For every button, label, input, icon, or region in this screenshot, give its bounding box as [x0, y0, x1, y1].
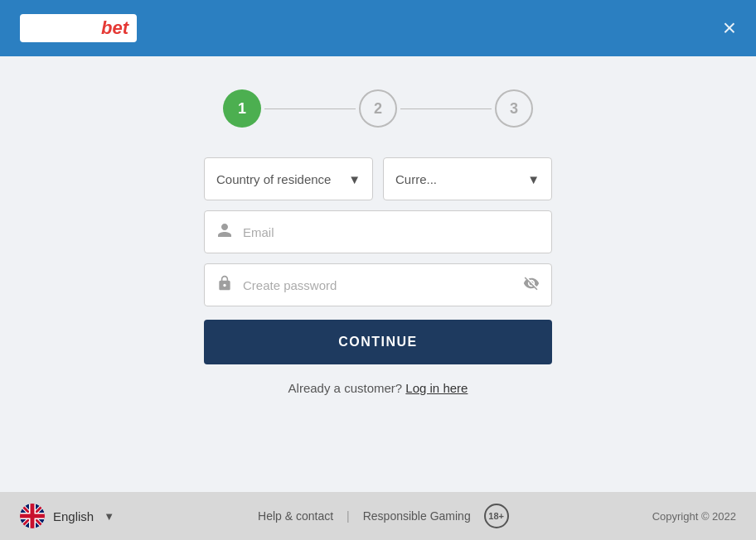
step-line-2	[400, 108, 492, 109]
person-icon	[216, 222, 233, 243]
step-3-circle: 3	[495, 89, 533, 128]
main-content: 1 2 3 Country of residence ▼ Curre...	[0, 56, 756, 492]
logo-bet-text: bet	[101, 17, 128, 38]
country-chevron-icon: ▼	[348, 172, 361, 186]
language-selector[interactable]: English ▼	[20, 504, 114, 528]
logo: sportingbet	[20, 14, 137, 42]
logo-sporting-text: sporting	[28, 17, 101, 38]
modal-container: sportingbet × 1 2 3 Cou	[0, 0, 756, 540]
help-contact-link[interactable]: Help & contact	[258, 509, 333, 523]
language-label: English	[53, 509, 94, 523]
email-input[interactable]	[243, 225, 540, 239]
copyright-text: Copyright © 2022	[652, 510, 736, 523]
step-2-circle: 2	[359, 89, 397, 128]
email-field-container	[204, 210, 552, 253]
header: sportingbet ×	[0, 0, 756, 56]
login-link[interactable]: Log in here	[405, 381, 468, 395]
currency-chevron-icon: ▼	[527, 172, 540, 186]
country-currency-row: Country of residence ▼ Curre... ▼	[204, 157, 552, 200]
language-chevron-icon: ▼	[104, 510, 114, 523]
password-toggle-icon[interactable]	[523, 275, 540, 296]
close-button[interactable]: ×	[723, 17, 736, 40]
step-1-circle: 1	[223, 89, 261, 128]
footer-divider: |	[346, 509, 350, 523]
steps-indicator: 1 2 3	[223, 89, 533, 128]
country-dropdown[interactable]: Country of residence ▼	[204, 157, 373, 200]
registration-form: Country of residence ▼ Curre... ▼	[204, 157, 552, 364]
step-line-1	[264, 108, 356, 109]
footer-center: Help & contact | Responsible Gaming 18+	[114, 504, 652, 528]
password-field-container	[204, 263, 552, 306]
uk-flag-icon	[20, 504, 45, 528]
password-input[interactable]	[243, 278, 513, 292]
logo-box: sportingbet	[20, 14, 137, 42]
currency-dropdown[interactable]: Curre... ▼	[383, 157, 552, 200]
lock-icon	[216, 275, 233, 296]
footer: English ▼ Help & contact | Responsible G…	[0, 492, 756, 540]
responsible-gaming-link[interactable]: Responsible Gaming	[363, 509, 471, 523]
age-badge: 18+	[484, 504, 509, 528]
login-prompt: Already a customer? Log in here	[288, 381, 468, 395]
continue-button[interactable]: CONTINUE	[204, 320, 552, 364]
